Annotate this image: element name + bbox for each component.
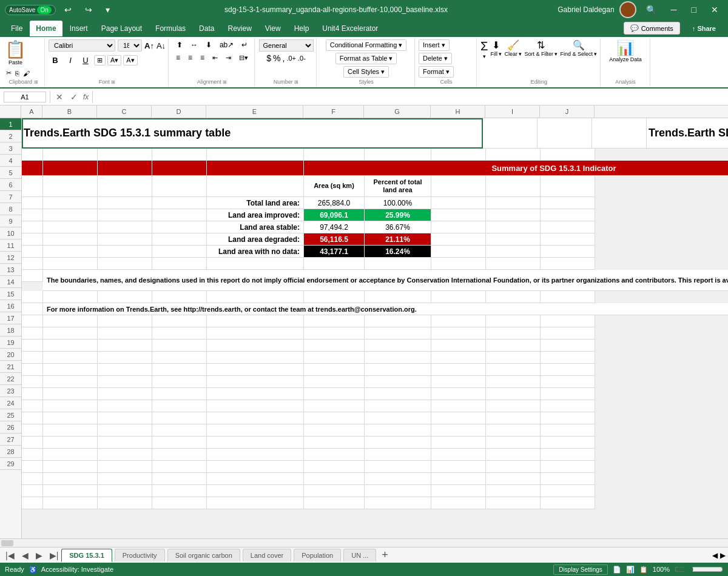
- cell-C21[interactable]: [98, 400, 152, 412]
- tab-scroll-right-end[interactable]: ▶|: [47, 549, 62, 561]
- cell-d8[interactable]: [152, 233, 207, 246]
- cell-D18[interactable]: [152, 364, 207, 376]
- cell-E24[interactable]: [207, 437, 304, 449]
- borders-button[interactable]: ⊞: [94, 55, 106, 65]
- cell-b1[interactable]: [483, 118, 538, 149]
- cell-I16[interactable]: [486, 340, 541, 352]
- cell-C14[interactable]: [98, 315, 152, 327]
- cell-E21[interactable]: [207, 400, 304, 412]
- cell-e6-improved-label[interactable]: Land area improved:: [207, 209, 304, 221]
- tab-file[interactable]: File: [5, 21, 29, 36]
- cell-D29[interactable]: [152, 497, 207, 509]
- cell-b5[interactable]: [43, 197, 98, 209]
- cell-C16[interactable]: [98, 340, 152, 352]
- tab-help[interactable]: Help: [288, 21, 315, 36]
- cell-a3[interactable]: [22, 161, 43, 176]
- cell-I18[interactable]: [486, 364, 541, 376]
- currency-button[interactable]: $: [266, 53, 271, 63]
- row-num-19[interactable]: 19: [0, 337, 21, 349]
- cell-a9[interactable]: [22, 246, 43, 258]
- cell-F15[interactable]: [304, 327, 365, 340]
- cell-J25[interactable]: [541, 449, 595, 461]
- cell-D21[interactable]: [152, 400, 207, 412]
- sum-button[interactable]: Σ ▾: [480, 39, 488, 59]
- cell-j2[interactable]: [541, 149, 595, 161]
- cell-f5-total-area[interactable]: 265,884.0: [304, 197, 365, 209]
- cell-j4[interactable]: [541, 176, 595, 197]
- cell-A18[interactable]: [22, 364, 43, 376]
- cell-C19[interactable]: [98, 376, 152, 388]
- cell-d5[interactable]: [152, 197, 207, 209]
- cell-C23[interactable]: [98, 424, 152, 437]
- increase-font-button[interactable]: A↑: [144, 41, 154, 50]
- tab-scroll-right[interactable]: ▶: [33, 549, 46, 561]
- cell-c2[interactable]: [98, 149, 152, 161]
- cell-H29[interactable]: [431, 497, 486, 509]
- cell-C24[interactable]: [98, 437, 152, 449]
- cell-J17[interactable]: [541, 352, 595, 364]
- cell-B15[interactable]: [43, 327, 98, 340]
- cut-button[interactable]: ✂: [5, 69, 13, 78]
- tab-insert[interactable]: Insert: [64, 21, 94, 36]
- fill-button[interactable]: ⬇ Fill ▾: [490, 39, 502, 57]
- cell-J23[interactable]: [541, 424, 595, 437]
- cell-h9[interactable]: [431, 246, 486, 258]
- cell-G20[interactable]: [365, 388, 431, 400]
- cell-f7-stable-area[interactable]: 97,494.2: [304, 221, 365, 233]
- cell-j10[interactable]: [541, 258, 595, 270]
- row-num-27[interactable]: 27: [0, 434, 21, 446]
- close-button[interactable]: ✕: [706, 2, 723, 17]
- col-header-e[interactable]: E: [206, 105, 303, 118]
- cell-h4[interactable]: [431, 176, 486, 197]
- cell-g10[interactable]: [365, 258, 431, 270]
- cell-B24[interactable]: [43, 437, 98, 449]
- cell-h6[interactable]: [431, 209, 486, 221]
- cell-B28[interactable]: [43, 485, 98, 497]
- row-num-22[interactable]: 22: [0, 373, 21, 385]
- tab-right-scroll2[interactable]: ▶: [720, 551, 726, 560]
- cell-I17[interactable]: [486, 352, 541, 364]
- cell-B14[interactable]: [43, 315, 98, 327]
- cell-G27[interactable]: [365, 473, 431, 485]
- cell-c12[interactable]: [98, 291, 152, 303]
- cell-i7[interactable]: [486, 221, 541, 233]
- cell-b12[interactable]: [43, 291, 98, 303]
- cell-F28[interactable]: [304, 485, 365, 497]
- bold-button[interactable]: B: [49, 53, 62, 67]
- sheet-tab-landcover[interactable]: Land cover: [243, 549, 291, 561]
- cell-d2[interactable]: [152, 149, 207, 161]
- col-header-h[interactable]: H: [431, 105, 485, 118]
- cell-I24[interactable]: [486, 437, 541, 449]
- tab-scroll-left-start[interactable]: |◀: [2, 549, 18, 561]
- cell-E17[interactable]: [207, 352, 304, 364]
- cell-J28[interactable]: [541, 485, 595, 497]
- align-middle-button[interactable]: ↔: [187, 39, 201, 50]
- cell-G28[interactable]: [365, 485, 431, 497]
- cell-e3[interactable]: [207, 161, 304, 176]
- merge-center-button[interactable]: ⊟▾: [236, 52, 251, 63]
- cell-I26[interactable]: [486, 461, 541, 473]
- cell-c8[interactable]: [98, 233, 152, 246]
- cell-b8[interactable]: [43, 233, 98, 246]
- cell-I27[interactable]: [486, 473, 541, 485]
- cell-H24[interactable]: [431, 437, 486, 449]
- percent-button[interactable]: %: [273, 53, 280, 63]
- cell-A17[interactable]: [22, 352, 43, 364]
- cell-F22[interactable]: [304, 412, 365, 424]
- cell-A27[interactable]: [22, 473, 43, 485]
- fill-color-button[interactable]: A▾: [107, 55, 121, 65]
- sheet-tab-productivity[interactable]: Productivity: [115, 549, 165, 561]
- cell-B18[interactable]: [43, 364, 98, 376]
- tab-scroll-left[interactable]: ◀: [19, 549, 32, 561]
- cell-A21[interactable]: [22, 400, 43, 412]
- cell-I28[interactable]: [486, 485, 541, 497]
- tab-review[interactable]: Review: [221, 21, 257, 36]
- cell-j12[interactable]: [541, 291, 595, 303]
- cell-a13[interactable]: [22, 303, 43, 315]
- cell-F14[interactable]: [304, 315, 365, 327]
- row-num-5[interactable]: 5: [0, 167, 21, 179]
- cell-J15[interactable]: [541, 327, 595, 340]
- format-button[interactable]: Format ▾: [419, 66, 454, 78]
- cell-g6-improved-percent[interactable]: 25.99%: [365, 209, 431, 221]
- cell-b11-footnote1[interactable]: The boundaries, names, and designations …: [43, 270, 728, 291]
